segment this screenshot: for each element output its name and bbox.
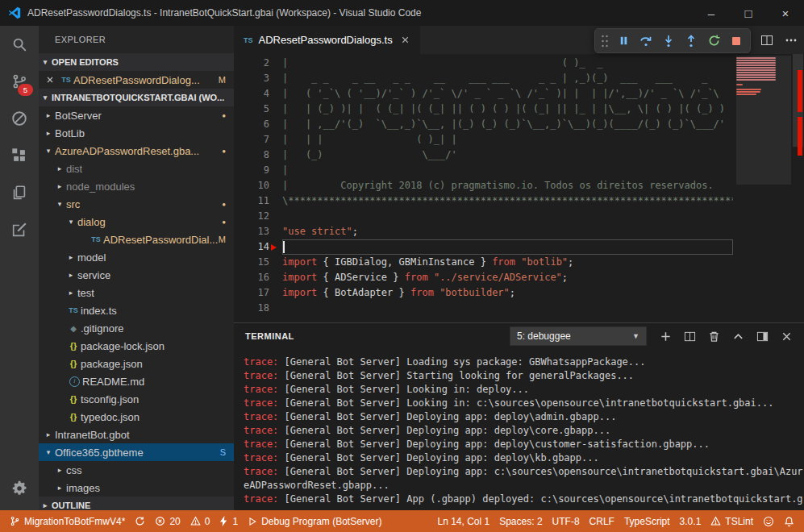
grip-icon xyxy=(598,31,611,52)
status-item[interactable]: MigrationToBotFmwV4* xyxy=(5,510,130,532)
debug-icon[interactable] xyxy=(0,100,39,137)
tree-item[interactable]: {}package.json xyxy=(39,355,234,372)
tree-item[interactable]: {}package-lock.json xyxy=(39,337,234,355)
code-editor[interactable]: 2| ( )_ _ |3| _ _ _ __ _ _ __ ___ ___ _ … xyxy=(234,54,804,322)
code-line[interactable]: 12 xyxy=(234,209,733,224)
edit-icon[interactable] xyxy=(0,211,39,248)
code-line[interactable]: 14 xyxy=(234,239,733,255)
sidebar-title: EXPLORER xyxy=(39,26,234,53)
line-content: | | ,__/'(_) `\__,_)`\__, |(_) (_) (_)`\… xyxy=(282,117,733,132)
tree-item[interactable]: ◆.gitignore xyxy=(39,319,234,337)
status-item[interactable] xyxy=(130,510,150,532)
tree-item[interactable]: ▾Office365.gbthemeS xyxy=(39,443,234,461)
outline-header[interactable]: ▸ OUTLINE xyxy=(39,497,234,510)
status-item[interactable]: 3.0.1 xyxy=(675,510,706,532)
code-line[interactable]: 15import { IGBDialog, GBMinInstance } fr… xyxy=(234,255,733,270)
status-item[interactable]: CRLF xyxy=(585,510,619,532)
status-item[interactable]: TypeScript xyxy=(619,510,675,532)
status-item[interactable]: TSLint xyxy=(706,510,758,532)
tab-label: ADResetPasswordDialogs.ts xyxy=(259,34,393,46)
kill-terminal-icon[interactable] xyxy=(708,330,720,343)
pause-icon[interactable] xyxy=(613,31,634,52)
close-button[interactable]: × xyxy=(767,0,804,26)
code-line[interactable]: 8| (_) \___/' | xyxy=(234,148,733,163)
chevron-right-icon: ▸ xyxy=(53,466,66,474)
tree-item[interactable]: ▸BotLib xyxy=(39,124,234,142)
restart-icon[interactable] xyxy=(703,31,724,52)
tree-item[interactable]: iREADME.md xyxy=(39,372,234,390)
tree-item[interactable]: ▸test xyxy=(39,284,234,301)
code-line[interactable]: 16import { ADService } from "../service/… xyxy=(234,270,733,285)
close-panel-icon[interactable] xyxy=(781,330,793,343)
code-line[interactable]: 9| | xyxy=(234,163,733,178)
extensions-icon[interactable] xyxy=(0,137,39,174)
step-out-icon[interactable] xyxy=(681,31,702,52)
more-actions-icon[interactable] xyxy=(785,34,798,47)
step-over-icon[interactable] xyxy=(635,31,656,52)
tree-item[interactable]: ▾src● xyxy=(39,195,234,213)
tree-item[interactable]: ▸model xyxy=(39,248,234,266)
status-item[interactable] xyxy=(779,510,799,532)
stop-icon[interactable] xyxy=(726,31,747,52)
code-line[interactable]: 6| | ,__/'(_) `\__,_)`\__, |(_) (_) (_)`… xyxy=(234,117,733,132)
editor-scrollbar[interactable] xyxy=(792,54,804,322)
source-control-icon[interactable]: 5 xyxy=(0,63,39,100)
tree-item[interactable]: ▸dist xyxy=(39,160,234,177)
code-line[interactable]: 2| ( )_ _ | xyxy=(234,56,733,71)
terminal-output[interactable]: trace: [General Bot Server] Loading sys … xyxy=(234,349,804,510)
open-editors-header[interactable]: ▾ OPEN EDITORS xyxy=(39,53,234,71)
split-terminal-icon[interactable] xyxy=(684,330,696,343)
terminal-select[interactable]: 5: debuggee ▼ xyxy=(510,326,647,346)
status-item-label: TypeScript xyxy=(624,516,670,527)
status-item[interactable]: 0 xyxy=(185,510,215,532)
code-line[interactable]: 10| Copyright 2018 (c) pragmatismo.io. T… xyxy=(234,178,733,193)
terminal-line: trace: [General Bot Server] Loading sys … xyxy=(244,355,804,369)
tree-item[interactable]: ▸service xyxy=(39,266,234,284)
chevron-down-icon: ▾ xyxy=(65,218,77,226)
tree-item[interactable]: TSADResetPasswordDial...M xyxy=(39,231,234,248)
code-line[interactable]: 7| | | ( )_| | | xyxy=(234,132,733,148)
panel-position-icon[interactable] xyxy=(756,330,769,343)
open-editor-item[interactable]: TSADResetPasswordDialog...M xyxy=(39,71,234,89)
tree-item[interactable]: {}typedoc.json xyxy=(39,408,234,426)
status-item[interactable]: Spaces: 2 xyxy=(494,510,547,532)
code-line[interactable]: 18 xyxy=(234,301,733,316)
terminal-tab[interactable]: TERMINAL xyxy=(245,331,294,341)
step-into-icon[interactable] xyxy=(658,31,679,52)
status-item[interactable] xyxy=(758,510,779,532)
close-icon[interactable] xyxy=(45,75,55,85)
tree-item[interactable]: {}tsconfig.json xyxy=(39,390,234,408)
status-item[interactable]: 1 xyxy=(215,510,243,532)
tree-item[interactable]: ▸IntranetBot.gbot xyxy=(39,426,234,443)
code-line[interactable]: 17import { BotAdapter } from "botbuilder… xyxy=(234,285,733,301)
split-editor-icon[interactable] xyxy=(760,34,773,47)
minimize-button[interactable]: – xyxy=(693,0,730,26)
chevron-right-icon: ▸ xyxy=(65,253,77,261)
code-line[interactable]: 11\*************************************… xyxy=(234,193,733,209)
code-line[interactable]: 4| ( '_`\ ( '__)/'_` ) /'_` \/' _ ` _ `\… xyxy=(234,86,733,102)
tree-item[interactable]: ▸BotServer● xyxy=(39,106,234,124)
status-item[interactable]: 20 xyxy=(150,510,185,532)
maximize-button[interactable]: □ xyxy=(730,0,767,26)
maximize-panel-icon[interactable] xyxy=(732,330,744,343)
new-terminal-icon[interactable] xyxy=(660,330,672,343)
tree-item[interactable]: ▸images xyxy=(39,479,234,497)
workspace-header[interactable]: ▾ INTRANETBOTQUICKSTART.GBAI (WO... xyxy=(39,89,234,106)
settings-icon[interactable] xyxy=(0,470,39,507)
tree-item[interactable]: ▾AzureADPasswordReset.gba...● xyxy=(39,142,234,160)
code-line[interactable]: 13"use strict"; xyxy=(234,224,733,239)
tree-item[interactable]: ▸node_modules xyxy=(39,177,234,195)
files-icon[interactable] xyxy=(0,174,39,211)
tree-item[interactable]: ▸css xyxy=(39,461,234,479)
tree-item[interactable]: TSindex.ts xyxy=(39,301,234,319)
code-line[interactable]: 3| _ _ _ __ _ _ __ ___ ___ _ _ | ,_)(_) … xyxy=(234,71,733,86)
tab-adresetpassworddialogs[interactable]: TS ADResetPasswordDialogs.ts xyxy=(234,26,420,54)
search-icon[interactable] xyxy=(0,26,39,63)
tab-close-icon[interactable] xyxy=(400,35,410,45)
code-line[interactable]: 5| | (_) )| | ( (_| |( (_| || ( ) ( ) |(… xyxy=(234,102,733,117)
status-item[interactable]: Ln 14, Col 1 xyxy=(432,510,494,532)
status-item[interactable]: Debug Program (BotServer) xyxy=(243,510,386,532)
minimap[interactable] xyxy=(736,56,791,322)
tree-item[interactable]: ▾dialog● xyxy=(39,213,234,231)
status-item[interactable]: UTF-8 xyxy=(548,510,585,532)
